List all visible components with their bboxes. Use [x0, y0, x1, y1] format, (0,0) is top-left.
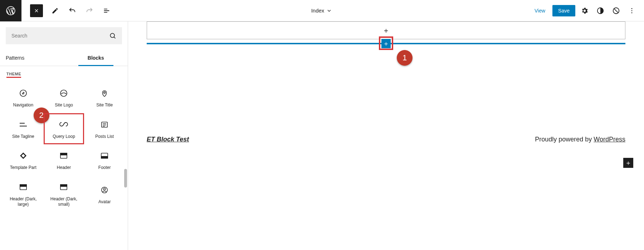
header-dark-small-icon [60, 182, 68, 192]
add-block-floating-button[interactable]: ＋ [623, 158, 633, 168]
svg-point-3 [631, 8, 633, 9]
inspector-icon[interactable] [610, 4, 623, 17]
block-header-dark-small[interactable]: Header (Dark, small) [44, 176, 84, 212]
svg-point-20 [103, 188, 106, 190]
wordpress-logo[interactable] [0, 0, 21, 21]
posts-list-icon [101, 120, 108, 130]
navigation-icon [19, 88, 28, 98]
tab-blocks[interactable]: Blocks [64, 50, 128, 66]
avatar-icon [101, 185, 108, 195]
template-title-text: Index [311, 8, 325, 14]
site-footer-row: ET Block Test Proudly powered by WordPre… [147, 136, 625, 143]
block-inserter-panel: Patterns Blocks THEME Navigation Site Lo… [0, 21, 128, 250]
query-loop-icon [59, 120, 68, 130]
chevron-down-icon [326, 8, 332, 14]
svg-point-4 [631, 10, 633, 11]
block-site-tagline[interactable]: 2 Site Tagline [3, 113, 44, 145]
styles-icon[interactable] [594, 4, 607, 17]
svg-rect-14 [101, 156, 108, 159]
block-site-logo[interactable]: Site Logo [44, 82, 84, 113]
plus-icon[interactable]: ＋ [382, 26, 390, 35]
svg-point-8 [60, 90, 67, 96]
search-icon [109, 32, 116, 39]
inserter-tabs: Patterns Blocks [0, 50, 128, 66]
wordpress-link[interactable]: WordPress [594, 136, 625, 143]
toggle-inserter-button[interactable] [30, 4, 43, 17]
site-tagline-icon [19, 120, 28, 130]
editor-topbar: Index View Save [0, 0, 644, 21]
scrollbar-thumb[interactable] [124, 169, 127, 188]
template-part-icon [19, 151, 28, 161]
list-view-icon[interactable] [100, 4, 113, 17]
svg-rect-18 [60, 184, 67, 186]
block-header-dark-large[interactable]: Header (Dark, large) [3, 176, 44, 212]
svg-point-9 [104, 92, 106, 94]
block-posts-list[interactable]: Posts List [84, 113, 125, 145]
blocks-grid: Navigation Site Logo Site Title 2 Site T… [0, 79, 128, 218]
svg-rect-12 [60, 153, 67, 155]
block-footer[interactable]: Footer [84, 144, 125, 176]
block-header[interactable]: Header [44, 144, 84, 176]
undo-icon[interactable] [66, 4, 79, 17]
header-icon [60, 151, 68, 161]
search-input[interactable] [11, 33, 109, 39]
section-theme-label: THEME [1, 66, 27, 79]
site-title-icon [101, 88, 108, 98]
edit-tool-icon[interactable] [49, 4, 62, 17]
block-avatar[interactable]: Avatar [84, 176, 125, 212]
settings-icon[interactable] [578, 4, 591, 17]
svg-point-6 [110, 33, 114, 38]
view-link[interactable]: View [530, 5, 550, 16]
block-site-title[interactable]: Site Title [84, 82, 125, 113]
insert-block-button[interactable]: ＋ [381, 39, 391, 48]
block-insertion-indicator: ＋ 1 [147, 43, 625, 44]
powered-by-text: Proudly powered by WordPress [535, 136, 625, 143]
block-template-part[interactable]: Template Part [3, 144, 44, 176]
search-box[interactable] [6, 27, 122, 44]
site-title-link[interactable]: ET Block Test [147, 136, 189, 143]
redo-icon[interactable] [83, 4, 96, 17]
svg-point-5 [631, 12, 633, 13]
editor-canvas: ＋ ＋ 1 ET Block Test Proudly powered by W… [128, 21, 644, 250]
block-query-loop[interactable]: Query Loop [44, 113, 84, 145]
more-menu-icon[interactable] [625, 4, 638, 17]
template-title[interactable]: Index [113, 8, 530, 14]
site-logo-icon [59, 88, 68, 98]
header-dark-large-icon [19, 182, 27, 192]
tab-patterns[interactable]: Patterns [0, 50, 64, 66]
svg-rect-16 [20, 184, 26, 186]
callout-1: 1 [397, 50, 413, 66]
sidebar-scrollbar[interactable] [123, 84, 128, 250]
save-button[interactable]: Save [552, 5, 575, 16]
footer-icon [101, 151, 108, 161]
